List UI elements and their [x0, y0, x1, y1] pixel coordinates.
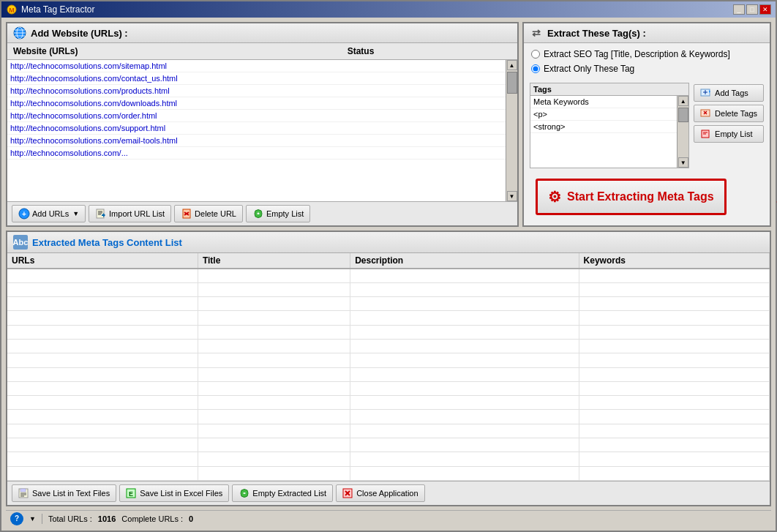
empty-tags-icon	[700, 128, 712, 140]
delete-tags-label: Delete Tags	[715, 109, 757, 118]
tags-scroll-thumb[interactable]	[678, 108, 688, 122]
delete-url-button[interactable]: Delete URL	[174, 205, 243, 222]
left-panel-title: Add Website (URLs) :	[31, 28, 128, 39]
close-app-button[interactable]: Close Application	[336, 484, 424, 502]
import-icon	[95, 208, 107, 220]
svg-rect-9	[97, 209, 104, 218]
url-list-item[interactable]: http://technocomsolutions.com/order.html	[7, 110, 506, 122]
add-tags-icon	[700, 87, 712, 99]
close-app-label: Close Application	[356, 489, 418, 498]
url-list-item[interactable]: http://technocomsolutions.com/...	[7, 147, 506, 160]
save-text-button[interactable]: Save List in Text Files	[12, 484, 116, 502]
empty-list-button[interactable]: Empty List	[246, 205, 310, 222]
complete-urls-label: Complete URLs :	[121, 514, 183, 523]
url-list-item[interactable]: http://technocomsolutions.com/sitemap.ht…	[7, 60, 506, 72]
results-table-container: URLs Title Description Keywords	[7, 253, 770, 481]
minimize-button[interactable]: _	[733, 4, 745, 15]
scroll-thumb[interactable]	[507, 72, 517, 94]
bottom-panel-title: Extracted Meta Tags Content List	[32, 237, 182, 248]
radio-custom[interactable]	[531, 64, 540, 73]
svg-text:E: E	[129, 490, 133, 498]
col-status-header: Status	[345, 45, 514, 58]
left-panel: Add Website (URLs) : Website (URLs) Stat…	[6, 22, 519, 227]
col-urls-header: URLs	[7, 253, 198, 269]
tags-scrollbar[interactable]: ▲ ▼	[677, 96, 688, 168]
result-row	[7, 438, 770, 452]
url-list-item[interactable]: http://technocomsolutions.com/downloads.…	[7, 97, 506, 110]
bottom-toolbar: Save List in Text Files E Save List in E…	[7, 481, 770, 505]
svg-rect-28	[20, 489, 26, 492]
window-content: Add Website (URLs) : Website (URLs) Stat…	[1, 18, 776, 531]
result-row	[7, 353, 770, 367]
right-panel-header: ⇄ Extract These Tag(s) :	[524, 23, 770, 43]
scroll-down-arrow[interactable]: ▼	[507, 191, 517, 201]
empty-tags-button[interactable]: Empty List	[694, 125, 764, 143]
url-list-container: http://technocomsolutions.com/sitemap.ht…	[7, 60, 517, 201]
save-text-label: Save List in Text Files	[32, 489, 110, 498]
result-row	[7, 466, 770, 480]
url-text: http://technocomsolutions.com/sitemap.ht…	[10, 61, 339, 70]
import-url-list-button[interactable]: Import URL List	[89, 205, 171, 222]
arrows-icon: ⇄	[530, 26, 543, 40]
radio-seo-item: Extract SEO Tag [Title, Description & Ke…	[531, 49, 762, 59]
url-status	[339, 124, 503, 132]
tag-list-item[interactable]: Meta Keywords	[530, 96, 677, 108]
restore-button[interactable]: □	[746, 4, 758, 15]
result-row	[7, 297, 770, 311]
right-panel: ⇄ Extract These Tag(s) : Extract SEO Tag…	[522, 22, 771, 227]
tags-section: Tags Meta Keywords<p><strong> ▲ ▼	[524, 80, 770, 171]
add-urls-button[interactable]: + Add URLs ▼	[12, 205, 86, 222]
url-list-scrollbar[interactable]: ▲ ▼	[506, 60, 517, 201]
url-status	[339, 111, 503, 120]
tag-list-item[interactable]: <p>	[530, 108, 677, 121]
tags-scroll-up[interactable]: ▲	[678, 96, 688, 106]
radio-group: Extract SEO Tag [Title, Description & Ke…	[524, 43, 770, 80]
empty-tags-list-label: Empty List	[715, 130, 752, 138]
results-table: URLs Title Description Keywords	[7, 253, 770, 481]
url-status	[339, 136, 503, 145]
col-url-header: Website (URLs)	[10, 45, 345, 58]
url-text: http://technocomsolutions.com/order.html	[10, 111, 339, 120]
add-tags-button[interactable]: Add Tags	[694, 84, 764, 102]
delete-tags-icon	[700, 108, 712, 119]
scroll-up-arrow[interactable]: ▲	[507, 60, 517, 70]
result-row	[7, 311, 770, 325]
status-divider	[42, 514, 42, 524]
result-row	[7, 339, 770, 353]
start-extracting-button[interactable]: ⚙ Start Extracting Meta Tags	[536, 179, 727, 215]
url-list-item[interactable]: http://technocomsolutions.com/products.h…	[7, 85, 506, 97]
status-dropdown[interactable]: ▼	[29, 515, 36, 522]
tags-scroll-down[interactable]: ▼	[678, 157, 688, 168]
delete-tags-button[interactable]: Delete Tags	[694, 105, 764, 122]
close-button[interactable]: ✕	[759, 4, 771, 15]
tag-list-item[interactable]: <strong>	[530, 121, 677, 133]
save-text-icon	[18, 487, 30, 499]
url-list[interactable]: http://technocomsolutions.com/sitemap.ht…	[7, 60, 506, 201]
col-keywords-header: Keywords	[579, 253, 769, 269]
tags-buttons: Add Tags Delete Tags	[694, 83, 764, 168]
tags-list[interactable]: Meta Keywords<p><strong>	[530, 96, 677, 168]
add-urls-label: Add URLs	[32, 209, 69, 218]
url-text: http://technocomsolutions.com/contact_us…	[10, 74, 339, 83]
tags-list-header: Tags	[530, 83, 688, 96]
save-excel-button[interactable]: E Save List in Excel Files	[119, 484, 229, 502]
url-text: http://technocomsolutions.com/support.ht…	[10, 124, 339, 132]
empty-extracted-button[interactable]: Empty Extracted List	[232, 484, 333, 502]
col-title-header: Title	[198, 253, 350, 269]
left-panel-header: Add Website (URLs) :	[7, 23, 517, 43]
bottom-section: Abc Extracted Meta Tags Content List URL…	[6, 231, 771, 506]
title-bar-left: M Meta Tag Extractor	[6, 4, 95, 15]
add-urls-dropdown-icon: ▼	[72, 210, 79, 217]
top-section: Add Website (URLs) : Website (URLs) Stat…	[6, 22, 771, 227]
radio-seo[interactable]	[531, 50, 540, 59]
empty-extracted-label: Empty Extracted List	[252, 489, 326, 498]
url-text: http://technocomsolutions.com/email-tool…	[10, 136, 339, 145]
url-list-item[interactable]: http://technocomsolutions.com/email-tool…	[7, 135, 506, 147]
total-urls-value: 1016	[98, 514, 116, 523]
url-list-item[interactable]: http://technocomsolutions.com/contact_us…	[7, 72, 506, 85]
right-panel-title: Extract These Tag(s) :	[547, 28, 646, 39]
url-list-item[interactable]: http://technocomsolutions.com/support.ht…	[7, 122, 506, 135]
url-status	[339, 86, 503, 95]
add-tags-label: Add Tags	[715, 89, 748, 97]
info-button[interactable]: ?	[10, 512, 23, 525]
